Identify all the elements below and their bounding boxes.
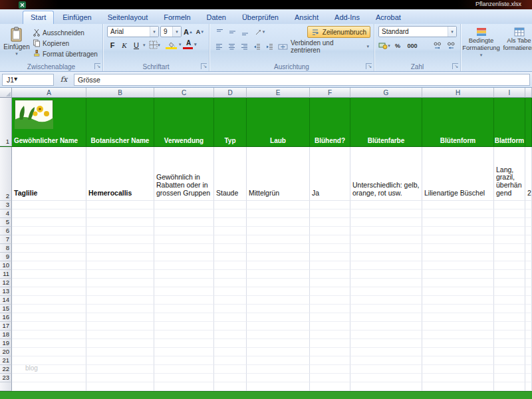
- cell-F9[interactable]: [310, 253, 350, 261]
- column-header-partial[interactable]: [525, 88, 532, 98]
- column-header-C[interactable]: C: [154, 88, 214, 98]
- cell-A11[interactable]: [12, 270, 86, 279]
- cell-J23[interactable]: [525, 374, 532, 382]
- cell-F7[interactable]: [310, 235, 350, 244]
- row-header-8[interactable]: 8: [0, 244, 12, 253]
- cell-J22[interactable]: [525, 365, 532, 374]
- cell-I9[interactable]: [494, 253, 525, 261]
- cell-G3[interactable]: [350, 201, 422, 209]
- cell-D2[interactable]: Staude: [214, 147, 247, 201]
- column-header-B[interactable]: B: [86, 88, 154, 98]
- cell-I24[interactable]: [494, 382, 525, 391]
- cell-E20[interactable]: [247, 348, 310, 356]
- cell-I12[interactable]: [494, 279, 525, 287]
- cell-G14[interactable]: [350, 296, 422, 305]
- cell-I1[interactable]: Blattform: [494, 98, 525, 146]
- tab-acrobat[interactable]: Acrobat: [368, 11, 408, 24]
- decrease-decimal-button[interactable]: [445, 40, 457, 51]
- cell-B6[interactable]: [86, 227, 154, 235]
- cell-J1[interactable]: [525, 98, 532, 146]
- column-header-E[interactable]: E: [247, 88, 310, 98]
- cell-D20[interactable]: [214, 348, 247, 356]
- cell-H20[interactable]: [422, 348, 494, 356]
- cell-J4[interactable]: [525, 209, 532, 218]
- cell-D19[interactable]: [214, 339, 247, 348]
- cell-I8[interactable]: [494, 244, 525, 253]
- cell-I5[interactable]: [494, 218, 525, 227]
- row-header-12[interactable]: 12: [0, 279, 12, 287]
- cell-F8[interactable]: [310, 244, 350, 253]
- name-box[interactable]: J1 ▾: [2, 74, 54, 86]
- font-size-select[interactable]: 9 ▾: [160, 26, 182, 37]
- cell-I19[interactable]: [494, 339, 525, 348]
- cell-I20[interactable]: [494, 348, 525, 356]
- cell-G21[interactable]: [350, 356, 422, 365]
- cell-B8[interactable]: [86, 244, 154, 253]
- cell-F4[interactable]: [310, 209, 350, 218]
- percent-format-button[interactable]: %: [392, 40, 404, 51]
- cell-F2[interactable]: Ja: [310, 147, 350, 201]
- cell-H1[interactable]: Blütenform: [422, 98, 494, 146]
- cell-C7[interactable]: [154, 235, 214, 244]
- cell-F11[interactable]: [310, 270, 350, 279]
- cell-H12[interactable]: [422, 279, 494, 287]
- cell-B5[interactable]: [86, 218, 154, 227]
- cell-H6[interactable]: [422, 227, 494, 235]
- cell-A3[interactable]: [12, 201, 86, 209]
- cell-A23[interactable]: [12, 374, 86, 382]
- cell-E4[interactable]: [247, 209, 310, 218]
- cell-A20[interactable]: [12, 348, 86, 356]
- increase-indent-button[interactable]: [263, 41, 275, 53]
- cell-I3[interactable]: [494, 201, 525, 209]
- cell-B23[interactable]: [86, 374, 154, 382]
- cell-C23[interactable]: [154, 374, 214, 382]
- cell-G11[interactable]: [350, 270, 422, 279]
- font-dialog-launcher-icon[interactable]: ↘: [201, 63, 207, 69]
- cell-C9[interactable]: [154, 253, 214, 261]
- cell-C12[interactable]: [154, 279, 214, 287]
- cell-E24[interactable]: [247, 382, 310, 391]
- align-left-button[interactable]: [213, 41, 225, 53]
- cell-D12[interactable]: [214, 279, 247, 287]
- cell-H5[interactable]: [422, 218, 494, 227]
- cell-H3[interactable]: [422, 201, 494, 209]
- cell-C2[interactable]: Gewöhnlich in Rabatten oder in grossen G…: [154, 147, 214, 201]
- tab-einfgen[interactable]: Einfügen: [55, 11, 98, 24]
- cell-C20[interactable]: [154, 348, 214, 356]
- cell-H11[interactable]: [422, 270, 494, 279]
- cell-E5[interactable]: [247, 218, 310, 227]
- shrink-font-button[interactable]: A▼: [195, 26, 205, 37]
- cut-button[interactable]: Ausschneiden: [31, 27, 100, 38]
- cell-E11[interactable]: [247, 270, 310, 279]
- cell-H7[interactable]: [422, 235, 494, 244]
- row-header-13[interactable]: 13: [0, 287, 12, 296]
- cell-E22[interactable]: [247, 365, 310, 374]
- cell-E9[interactable]: [247, 253, 310, 261]
- cell-D22[interactable]: [214, 365, 247, 374]
- row-header-20[interactable]: 20: [0, 348, 12, 356]
- cell-I7[interactable]: [494, 235, 525, 244]
- cell-D8[interactable]: [214, 244, 247, 253]
- cell-J8[interactable]: [525, 244, 532, 253]
- align-bottom-button[interactable]: [239, 27, 251, 38]
- cell-F15[interactable]: [310, 305, 350, 313]
- row-header-1[interactable]: 1: [0, 98, 12, 146]
- cell-A10[interactable]: [12, 261, 86, 270]
- tab-daten[interactable]: Daten: [200, 11, 233, 24]
- cell-J11[interactable]: [525, 270, 532, 279]
- cell-C11[interactable]: [154, 270, 214, 279]
- underline-button[interactable]: U: [131, 39, 142, 51]
- cell-H23[interactable]: [422, 374, 494, 382]
- cell-H9[interactable]: [422, 253, 494, 261]
- cell-G15[interactable]: [350, 305, 422, 313]
- cell-B15[interactable]: [86, 305, 154, 313]
- cell-J15[interactable]: [525, 305, 532, 313]
- cell-A9[interactable]: [12, 253, 86, 261]
- increase-decimal-button[interactable]: [432, 40, 444, 51]
- cell-A5[interactable]: [12, 218, 86, 227]
- fill-color-button[interactable]: ▾: [164, 39, 180, 51]
- align-top-button[interactable]: [213, 27, 225, 38]
- row-header-7[interactable]: 7: [0, 235, 12, 244]
- row-header-18[interactable]: 18: [0, 331, 12, 339]
- cell-I15[interactable]: [494, 305, 525, 313]
